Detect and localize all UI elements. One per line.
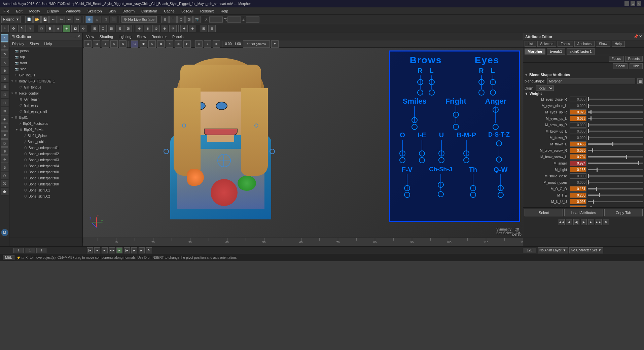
tool14[interactable]: ◎ — [1, 139, 8, 147]
tool12[interactable]: ⊕ — [1, 123, 8, 131]
transform4-btn[interactable]: ⊞ — [116, 25, 123, 32]
outliner-item[interactable]: ⬡Bone_underpants01 — [9, 145, 82, 151]
menu-constrain[interactable]: Constrain — [140, 8, 158, 14]
outliner-item[interactable]: ⬡Bone_underpants00 — [9, 169, 82, 175]
focus-button[interactable]: Focus — [609, 56, 624, 62]
outliner-item[interactable]: ╱Bip01_Spine — [9, 133, 82, 139]
weight-slider[interactable] — [588, 143, 643, 145]
transform2-btn[interactable]: ⊡ — [99, 25, 107, 32]
weight-value-input[interactable] — [570, 103, 586, 108]
show-button[interactable]: Show — [613, 63, 628, 69]
vp-btn3[interactable]: ◈ — [102, 40, 109, 48]
blend-expand-btn[interactable]: ▦ — [637, 78, 643, 84]
manip5-btn[interactable]: ◎ — [169, 25, 177, 32]
move-btn[interactable]: ✛ — [10, 25, 17, 32]
manip3-btn[interactable]: ⊙ — [152, 25, 160, 32]
snap-grid-btn[interactable]: ⊞ — [161, 16, 169, 23]
outliner-item[interactable]: ⛓Girl_leash — [9, 96, 82, 102]
weight-slider[interactable] — [588, 137, 643, 138]
outliner-item[interactable]: ╱Bip01_Footsteps — [9, 120, 82, 127]
weight-slider[interactable] — [588, 131, 643, 132]
viewport-canvas[interactable]: Brows R L — [83, 48, 523, 238]
pb-loop[interactable]: ↻ — [146, 247, 152, 253]
tab-help[interactable]: Help — [612, 41, 625, 47]
tab-list[interactable]: List — [525, 41, 536, 47]
weight-slider[interactable] — [588, 105, 643, 106]
origin-select[interactable]: local world — [536, 85, 554, 91]
outliner-item[interactable]: ⬡Bone_skirt001 — [9, 187, 82, 193]
weight-section-header[interactable]: ▼ Weight — [525, 92, 643, 96]
tool17[interactable]: ⊙ — [1, 164, 8, 171]
load-attributes-button[interactable]: Load Attributes — [564, 209, 603, 216]
weight-value-input[interactable] — [570, 148, 586, 153]
tool7[interactable]: ⊞ — [1, 83, 8, 90]
attr-editor-pin[interactable]: 📌 — [634, 34, 638, 39]
x-input[interactable] — [209, 16, 223, 23]
presets-button[interactable]: Presets — [625, 56, 643, 62]
scale-btn[interactable]: ⤡ — [27, 25, 34, 32]
undo-btn[interactable]: ↩ — [49, 16, 57, 23]
mel-label[interactable]: MEL — [3, 255, 14, 260]
timeline-track[interactable]: 1102030405060708090100110120 — [83, 238, 523, 246]
next-btn[interactable]: ► — [588, 219, 594, 225]
weight-slider[interactable] — [588, 188, 643, 189]
menu-skin[interactable]: Skin — [107, 8, 117, 14]
weight-value-input[interactable] — [570, 97, 586, 102]
outliner-item[interactable]: 📷top — [9, 54, 82, 60]
minimize-button[interactable]: ─ — [624, 1, 629, 6]
pb-play-back[interactable]: ◄► — [109, 247, 115, 253]
snap-view-btn[interactable]: ⊠ — [185, 16, 193, 23]
outliner-item[interactable]: ╱Bone_pubis — [9, 139, 82, 145]
phon-BMP-ctrl[interactable] — [463, 157, 469, 163]
select-button[interactable]: Select — [525, 209, 563, 216]
outliner-item[interactable]: ▼⊞Bip01_Pelvis — [9, 127, 82, 133]
status-icon2[interactable]: □ — [22, 256, 24, 259]
outliner-item[interactable]: 📷front — [9, 60, 82, 66]
vp-btn1[interactable]: ⊡ — [84, 40, 92, 48]
pb-next-frame[interactable]: ► — [131, 247, 137, 253]
extra2-btn[interactable]: ⊕ — [189, 25, 196, 32]
outliner-item[interactable]: ⬡Girl_eyes — [9, 102, 82, 108]
weight-value-input[interactable] — [570, 122, 586, 128]
weight-value-input[interactable] — [570, 141, 586, 147]
vp-gamma-arrow[interactable]: ▼ — [271, 40, 279, 48]
menu-skeleton[interactable]: Skeleton — [86, 8, 103, 14]
tab-show[interactable]: Show — [596, 41, 610, 47]
new-scene-btn[interactable]: 📄 — [25, 16, 33, 23]
outliner-menu-help[interactable]: Help — [43, 41, 53, 46]
soft-select-btn[interactable]: ⬛ — [110, 16, 117, 23]
tool19[interactable]: ⌘ — [1, 180, 8, 187]
next-next-btn[interactable]: ►► — [596, 219, 602, 225]
outliner-item[interactable]: 📷side — [9, 66, 82, 72]
outliner-item[interactable]: ⬡Bone_underpants04 — [9, 163, 82, 169]
pb-next-key[interactable]: |► — [124, 247, 130, 253]
vp-wire-btn[interactable]: ⬢ — [140, 40, 147, 48]
y-input[interactable] — [227, 16, 241, 23]
redo-btn[interactable]: ↪ — [58, 16, 65, 23]
smiles-ctrl[interactable] — [412, 124, 418, 130]
select-arrow-btn[interactable]: ↖ — [1, 25, 9, 32]
maximize-button[interactable]: □ — [631, 1, 635, 6]
outliner-item[interactable]: ⊡Girl_nc1_1 — [9, 72, 82, 78]
blend-shape-section-header[interactable]: ▼ Blend Shape Attributes — [525, 73, 643, 77]
no-char-set-btn[interactable]: No Character Set ▼ — [569, 247, 603, 253]
anger-ctrl[interactable] — [493, 124, 499, 130]
outliner-item[interactable]: 📷persp — [9, 48, 82, 54]
node-tab-skin[interactable]: skinCluster1 — [567, 48, 595, 55]
frame-start-input[interactable] — [13, 248, 24, 253]
weight-value-input[interactable] — [570, 199, 586, 204]
menu-redshift[interactable]: Redshift — [199, 8, 215, 14]
vp-gamma-btn[interactable]: sRGB gamma — [243, 40, 270, 48]
weight-value-input[interactable] — [570, 116, 586, 121]
outliner-item[interactable]: ⬡Bone_underpants00 — [9, 175, 82, 181]
vp-light-btn[interactable]: ☀ — [166, 40, 173, 48]
outliner-item[interactable]: ⬡Girl_eyes_shell — [9, 108, 82, 114]
soft-mod-tool[interactable]: ⊙ — [1, 75, 8, 82]
z-input[interactable] — [246, 16, 259, 23]
menu-modify[interactable]: Modify — [28, 8, 41, 14]
play-loop-btn[interactable]: ↻ — [603, 219, 609, 225]
phon-DSTZ-ctrl[interactable] — [496, 156, 502, 163]
attr-editor-close[interactable]: ✕ — [639, 34, 642, 39]
weight-slider[interactable] — [588, 201, 643, 202]
extra4-btn[interactable]: ⊟ — [208, 25, 216, 32]
